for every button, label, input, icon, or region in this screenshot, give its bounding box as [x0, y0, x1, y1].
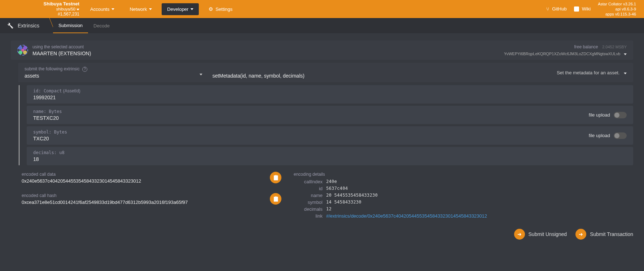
- account-address: YvWEPYi6BRqpLeKQRQP1XZoWc6JM3LoZDCXgMNgt…: [504, 52, 620, 56]
- nav-network[interactable]: Network: [124, 3, 157, 15]
- signin-icon: [517, 231, 522, 237]
- enc-decimals: 12: [326, 206, 633, 212]
- param-3[interactable]: decimals: u818: [27, 147, 633, 165]
- method-value: setMetadata(id, name, symbol, decimals): [213, 73, 557, 79]
- chevron-down-icon: [149, 8, 152, 10]
- enc-callindex: 240e: [326, 179, 633, 184]
- encoding-details-table: callIndex 240e id 5637c404 name 20 54455…: [294, 179, 633, 219]
- param-0[interactable]: id: Compact (AssetId)19992021: [27, 85, 633, 104]
- file-upload-label: file upload: [589, 112, 610, 118]
- subnav: Extrinsics Submission Decode: [0, 18, 644, 33]
- link-github[interactable]: GitHub: [546, 6, 566, 12]
- tab-decode[interactable]: Decode: [88, 18, 115, 33]
- copy-icon: [273, 196, 279, 202]
- param-label: decimals: u8: [33, 150, 627, 155]
- param-value: 18: [33, 156, 627, 162]
- encoded-call-hash-label: encoded call hash: [22, 193, 263, 198]
- method-description: Set the metadata for an asset.: [557, 70, 619, 75]
- param-value: TESTXC20: [33, 115, 627, 121]
- nav-accounts[interactable]: Accounts: [85, 3, 120, 15]
- chain-selector[interactable]: Shibuya Testnet shibuya/50 #1,567,231: [0, 1, 85, 17]
- encoded-call-data-label: encoded call data: [22, 172, 263, 177]
- param-label: id: Compact (AssetId): [33, 88, 627, 93]
- help-icon[interactable]: ?: [82, 67, 87, 72]
- pallet-value: assets: [25, 73, 205, 79]
- chain-spec: shibuya/50: [0, 7, 79, 12]
- wiki-icon: [574, 6, 579, 12]
- account-selector[interactable]: using the selected account MAARTEN (EXTE…: [11, 40, 633, 60]
- param-label: symbol: Bytes: [33, 130, 627, 135]
- submit-transaction-button[interactable]: Submit Transaction: [575, 229, 633, 240]
- account-label: using the selected account: [32, 44, 91, 49]
- pallet-select[interactable]: submit the following extrinsic ? assets: [25, 66, 205, 79]
- enc-name: 20 5445535458433230: [326, 193, 633, 198]
- tab-submission[interactable]: Submission: [53, 18, 88, 33]
- param-value: TXC20: [33, 136, 627, 141]
- chevron-down-icon: [111, 8, 114, 10]
- param-label: name: Bytes: [33, 109, 627, 114]
- chain-name: Shibuya Testnet: [0, 1, 79, 7]
- param-value: 19992021: [33, 95, 627, 100]
- method-select[interactable]: setMetadata(id, name, symbol, decimals): [205, 67, 557, 79]
- copy-call-data-button[interactable]: [270, 172, 281, 183]
- gear-icon: [209, 6, 213, 12]
- param-2[interactable]: symbol: BytesTXC20file upload: [27, 126, 633, 145]
- file-upload-toggle[interactable]: [614, 112, 627, 118]
- params-list: id: Compact (AssetId)19992021name: Bytes…: [19, 85, 633, 165]
- page-title: Extrinsics: [7, 23, 47, 29]
- link-wiki[interactable]: Wiki: [574, 6, 591, 12]
- version-info: Astar Collator v3.26.1 api v8.6.3-9 apps…: [598, 1, 640, 17]
- best-block: #1,567,231: [0, 12, 79, 17]
- balance-label: free balance: [574, 44, 598, 49]
- wrench-icon: [7, 23, 13, 29]
- account-name: MAARTEN (EXTENSION): [32, 51, 91, 56]
- extrinsic-selector: submit the following extrinsic ? assets …: [18, 63, 633, 82]
- enc-symbol: 14 5458433230: [326, 200, 633, 205]
- encoded-call-hash: 0xcea371e8e51cd0014241f6af2549833d19bd47…: [22, 200, 263, 205]
- breadcrumb-separator: [47, 18, 53, 33]
- nav-developer[interactable]: Developer: [162, 3, 199, 15]
- copy-icon: [273, 175, 279, 180]
- submit-unsigned-button[interactable]: Submit Unsigned: [514, 229, 567, 240]
- chevron-down-icon: [624, 53, 627, 55]
- signin-icon: [579, 231, 583, 237]
- balance-value: 2.0452 MSBY: [602, 45, 627, 49]
- file-upload-label: file upload: [589, 133, 610, 138]
- copy-call-hash-button[interactable]: [270, 193, 281, 205]
- encoding-details-title: encoding details: [294, 172, 633, 177]
- file-upload-toggle[interactable]: [614, 132, 627, 139]
- chevron-down-icon: [76, 9, 79, 10]
- top-bar: Shibuya Testnet shibuya/50 #1,567,231 Ac…: [0, 0, 644, 18]
- chevron-down-icon: [624, 73, 627, 74]
- encoded-call-data: 0x240e5637c40420544553545843323014545843…: [22, 178, 263, 184]
- enc-id: 5637c404: [326, 186, 633, 191]
- chevron-down-icon: [190, 8, 193, 10]
- github-icon: [546, 6, 549, 12]
- param-1[interactable]: name: BytesTESTXC20file upload: [27, 106, 633, 124]
- nav-settings[interactable]: Settings: [203, 3, 238, 15]
- chevron-down-icon: [200, 74, 202, 75]
- decode-link[interactable]: #/extrinsics/decode/0x240e5637c404205445…: [326, 213, 487, 219]
- identicon: [17, 45, 28, 56]
